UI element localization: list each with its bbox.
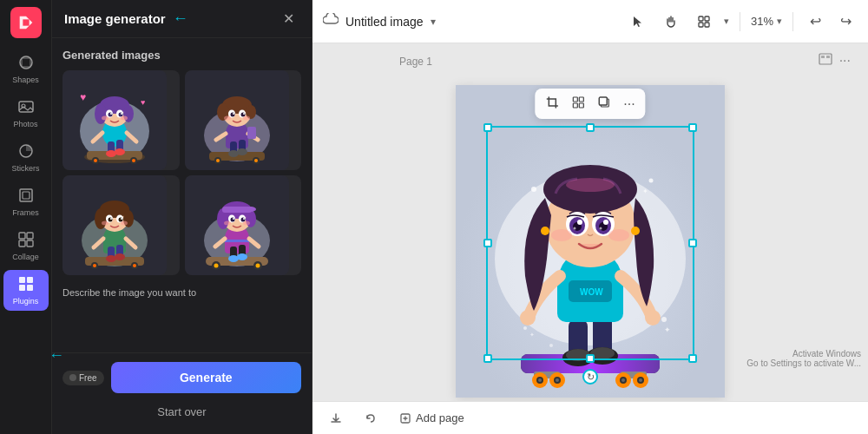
svg-point-121 — [230, 218, 234, 222]
svg-point-118 — [246, 207, 256, 212]
svg-point-170 — [556, 378, 559, 382]
svg-point-65 — [233, 113, 234, 115]
page-actions: ··· — [819, 52, 851, 69]
document-title: Untitled image — [345, 15, 424, 29]
sidebar-item-plugins[interactable]: Plugins — [3, 270, 49, 311]
svg-point-201 — [631, 227, 640, 235]
bottom-bar: Add page — [312, 401, 868, 434]
generated-image-1[interactable]: ♥ ♥ — [62, 70, 180, 170]
svg-point-202 — [566, 178, 615, 192]
svg-rect-133 — [819, 54, 832, 64]
page-thumbnail-button[interactable] — [819, 52, 832, 69]
plugins-icon — [17, 275, 35, 295]
free-badge-label: Free — [79, 373, 97, 383]
svg-rect-141 — [599, 97, 607, 105]
svg-rect-130 — [705, 16, 709, 21]
svg-rect-14 — [27, 285, 33, 291]
undo-icon-button[interactable] — [358, 409, 384, 428]
generate-button[interactable]: Generate — [111, 362, 301, 393]
svg-text:WOW: WOW — [580, 287, 603, 297]
svg-rect-2 — [19, 102, 33, 112]
svg-point-87 — [95, 208, 107, 229]
sidebar-item-collage[interactable]: Collage — [3, 226, 49, 266]
svg-rect-134 — [821, 56, 825, 58]
generated-images-label: Generated images — [62, 49, 301, 62]
svg-point-149 — [549, 344, 553, 347]
svg-point-38 — [102, 116, 108, 121]
svg-point-95 — [102, 221, 108, 226]
activate-windows-notice: Activate Windows Go to Settings to activ… — [746, 349, 861, 368]
svg-rect-12 — [27, 277, 33, 283]
svg-text:✦: ✦ — [529, 332, 535, 338]
redo-button[interactable]: ↪ — [834, 9, 858, 34]
sidebar-item-frames[interactable]: Frames — [3, 181, 49, 222]
generated-image-2[interactable] — [185, 70, 302, 170]
shapes-label: Shapes — [12, 76, 39, 84]
svg-point-34 — [108, 113, 113, 117]
svg-point-37 — [121, 113, 122, 115]
svg-point-50 — [254, 159, 258, 162]
svg-rect-139 — [579, 103, 583, 108]
panel-header: Image generator ← ✕ — [52, 0, 312, 38]
svg-point-66 — [243, 113, 245, 115]
layout-dropdown-icon[interactable]: ▾ — [724, 16, 729, 27]
svg-rect-9 — [19, 240, 25, 247]
svg-point-105 — [255, 264, 260, 268]
cursor-tool-button[interactable] — [625, 10, 651, 33]
add-page-label: Add page — [416, 411, 464, 424]
activate-line1: Activate Windows — [746, 349, 861, 358]
svg-point-148 — [661, 317, 667, 322]
svg-point-112 — [237, 253, 247, 260]
start-over-button[interactable]: Start over — [62, 400, 301, 424]
undo-button[interactable]: ↩ — [804, 9, 827, 34]
title-dropdown-icon[interactable]: ▾ — [431, 16, 436, 28]
svg-point-145 — [531, 187, 536, 192]
sidebar-item-shapes[interactable]: Shapes — [3, 49, 49, 89]
svg-text:✦: ✦ — [642, 187, 648, 195]
app-logo[interactable] — [10, 7, 42, 38]
more-tool-button[interactable]: ··· — [618, 93, 640, 115]
svg-rect-132 — [705, 23, 709, 27]
describe-label: Describe the image you want to — [62, 287, 301, 298]
top-bar-tools: ▾ 31% ▾ ↩ ↪ — [625, 9, 858, 34]
toolbar-divider-2 — [792, 12, 793, 31]
generated-image-3[interactable] — [62, 175, 180, 275]
hand-tool-button[interactable] — [658, 10, 684, 33]
generated-image-4[interactable] — [185, 175, 302, 275]
layout-tool-button[interactable] — [691, 10, 717, 33]
svg-point-199 — [608, 229, 629, 241]
save-icon-button[interactable] — [323, 409, 349, 428]
svg-rect-129 — [699, 16, 703, 21]
zoom-control[interactable]: 31% ▾ — [751, 15, 782, 28]
sidebar-item-photos[interactable]: Photos — [3, 93, 49, 134]
svg-rect-6 — [23, 192, 30, 199]
svg-point-183 — [520, 310, 536, 326]
panel-content: Generated images — [52, 38, 312, 352]
cloud-save-icon — [323, 13, 339, 30]
svg-point-96 — [121, 221, 128, 226]
panel-arrow-icon: ← — [173, 10, 188, 28]
svg-rect-71 — [247, 127, 256, 139]
svg-point-67 — [224, 116, 231, 121]
svg-point-124 — [243, 218, 245, 220]
svg-rect-7 — [19, 233, 25, 239]
sidebar-item-stickers[interactable]: Stickers — [3, 137, 49, 178]
svg-point-123 — [233, 218, 234, 220]
svg-rect-131 — [699, 23, 703, 27]
duplicate-tool-button[interactable] — [592, 92, 616, 115]
crop-tool-button[interactable] — [540, 92, 564, 115]
svg-point-91 — [108, 218, 113, 222]
grid-tool-button[interactable] — [566, 92, 590, 115]
activate-line2: Go to Settings to activate W... — [746, 358, 861, 368]
close-panel-button[interactable]: ✕ — [278, 9, 299, 29]
panel-title: Image generator — [64, 11, 166, 26]
add-page-button[interactable]: Add page — [392, 408, 471, 428]
page-more-button[interactable]: ··· — [839, 53, 851, 69]
svg-point-169 — [538, 378, 542, 382]
svg-text:♥: ♥ — [80, 91, 86, 103]
svg-text:♥: ♥ — [141, 98, 145, 107]
photos-label: Photos — [13, 120, 37, 128]
free-badge-dot — [69, 374, 76, 381]
svg-point-39 — [121, 116, 128, 121]
svg-rect-13 — [19, 285, 25, 291]
